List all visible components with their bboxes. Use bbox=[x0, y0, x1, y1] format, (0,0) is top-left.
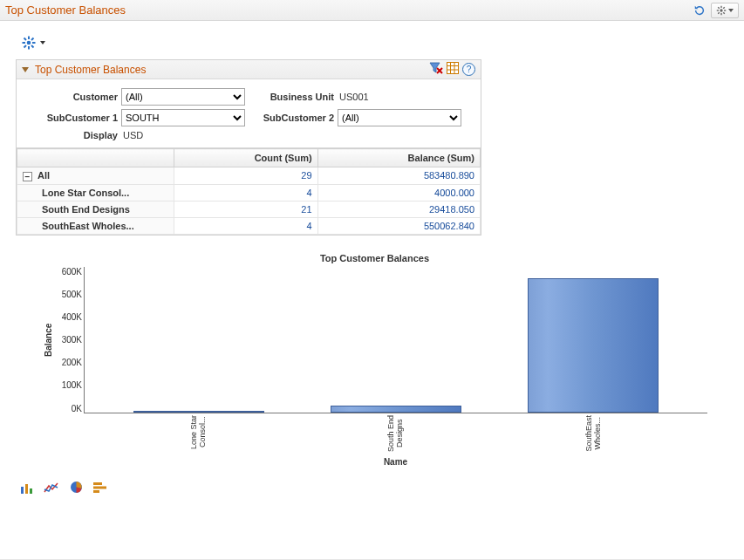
row-name: −All bbox=[17, 167, 174, 185]
chevron-down-icon bbox=[728, 9, 734, 12]
row-name: Lone Star Consol... bbox=[17, 184, 174, 201]
y-axis-label: Balance bbox=[42, 267, 54, 413]
cell-count: 4 bbox=[174, 184, 318, 201]
collapse-toggle-icon[interactable]: − bbox=[23, 172, 32, 181]
chart-plot bbox=[84, 267, 707, 413]
x-tick: SouthEast Wholes... bbox=[528, 415, 659, 454]
panel-title: Top Customer Balances bbox=[35, 64, 146, 76]
cell-balance: 550062.840 bbox=[317, 217, 480, 234]
chart-type-toolbar bbox=[19, 481, 728, 495]
subcustomer1-select[interactable]: SOUTH bbox=[121, 109, 245, 126]
table-row[interactable]: −All29583480.890 bbox=[17, 167, 481, 185]
svg-line-5 bbox=[718, 7, 720, 9]
options-caret-icon[interactable] bbox=[40, 41, 45, 44]
hbar-chart-icon[interactable] bbox=[92, 481, 108, 495]
x-axis-label: Name bbox=[84, 457, 707, 467]
page-title: Top Customer Balances bbox=[5, 3, 126, 17]
y-tick: 200K bbox=[62, 358, 82, 367]
x-tick: South End Designs bbox=[330, 415, 461, 454]
collapse-triangle-icon[interactable] bbox=[22, 67, 29, 72]
row-name: SouthEast Wholes... bbox=[17, 217, 174, 234]
pivot-table: Count (Sum) Balance (Sum) −All29583480.8… bbox=[17, 148, 481, 235]
svg-line-17 bbox=[31, 38, 34, 41]
table-view-icon[interactable] bbox=[447, 62, 459, 77]
pivot-panel: Top Customer Balances ? Customer (Al bbox=[16, 59, 481, 236]
y-tick: 600K bbox=[62, 267, 82, 277]
display-label: Display bbox=[25, 130, 121, 140]
svg-point-0 bbox=[720, 9, 722, 11]
cell-balance: 583480.890 bbox=[317, 167, 480, 185]
svg-line-7 bbox=[718, 12, 720, 14]
col-balance[interactable]: Balance (Sum) bbox=[317, 149, 480, 167]
col-count[interactable]: Count (Sum) bbox=[174, 149, 318, 167]
cell-count: 29 bbox=[174, 167, 318, 185]
y-tick: 400K bbox=[62, 312, 82, 322]
subcustomer2-label: SubCustomer 2 bbox=[245, 113, 338, 123]
chart-area: Top Customer Balances Balance 600K500K40… bbox=[42, 253, 707, 467]
svg-rect-31 bbox=[93, 490, 99, 493]
chart-bar[interactable] bbox=[528, 278, 659, 413]
rowheader-col bbox=[17, 149, 174, 167]
y-tick: 500K bbox=[62, 290, 82, 299]
chart-bar[interactable] bbox=[133, 411, 264, 413]
svg-line-15 bbox=[31, 45, 34, 48]
display-value: USD bbox=[121, 130, 143, 140]
line-chart-icon[interactable] bbox=[44, 481, 59, 495]
y-axis-ticks: 600K500K400K300K200K100K0K bbox=[54, 267, 84, 413]
table-row[interactable]: SouthEast Wholes...4550062.840 bbox=[17, 217, 481, 234]
business-unit-value: US001 bbox=[338, 92, 369, 102]
business-unit-label: Business Unit bbox=[245, 92, 338, 102]
options-gear-icon[interactable] bbox=[21, 35, 37, 51]
title-bar: Top Customer Balances bbox=[0, 0, 744, 21]
customer-select[interactable]: (All) bbox=[121, 88, 245, 106]
subcustomer1-label: SubCustomer 1 bbox=[25, 113, 121, 123]
cell-count: 4 bbox=[174, 217, 318, 234]
svg-rect-25 bbox=[21, 487, 24, 494]
cell-balance: 29418.050 bbox=[317, 201, 480, 217]
bar-chart-icon[interactable] bbox=[19, 481, 35, 495]
cell-count: 21 bbox=[174, 201, 318, 217]
svg-rect-27 bbox=[30, 488, 32, 494]
cell-balance: 4000.000 bbox=[317, 184, 480, 201]
pie-chart-icon[interactable] bbox=[68, 481, 84, 495]
x-axis-ticks: Lone Star Consol...South End DesignsSout… bbox=[84, 413, 707, 454]
svg-point-9 bbox=[27, 41, 31, 45]
svg-line-14 bbox=[24, 38, 27, 41]
y-tick: 0K bbox=[72, 404, 82, 413]
svg-line-16 bbox=[24, 45, 27, 48]
svg-line-6 bbox=[723, 12, 725, 14]
svg-rect-29 bbox=[93, 482, 102, 485]
settings-button[interactable] bbox=[711, 3, 739, 18]
x-tick: Lone Star Consol... bbox=[133, 415, 263, 454]
row-name: South End Designs bbox=[17, 201, 174, 217]
table-row[interactable]: Lone Star Consol...44000.000 bbox=[17, 184, 481, 201]
chart-title: Top Customer Balances bbox=[42, 253, 707, 263]
chart-bar[interactable] bbox=[331, 406, 461, 413]
y-tick: 300K bbox=[62, 335, 82, 345]
customer-label: Customer bbox=[25, 92, 121, 102]
refresh-icon[interactable] bbox=[692, 3, 707, 18]
clear-filter-icon[interactable] bbox=[429, 62, 443, 77]
svg-rect-26 bbox=[25, 484, 28, 494]
svg-rect-30 bbox=[93, 486, 106, 488]
svg-rect-20 bbox=[447, 63, 459, 74]
y-tick: 100K bbox=[62, 380, 82, 390]
table-row[interactable]: South End Designs2129418.050 bbox=[17, 201, 481, 217]
subcustomer2-select[interactable]: (All) bbox=[338, 109, 461, 126]
svg-line-8 bbox=[723, 7, 725, 9]
help-icon[interactable]: ? bbox=[462, 63, 475, 76]
